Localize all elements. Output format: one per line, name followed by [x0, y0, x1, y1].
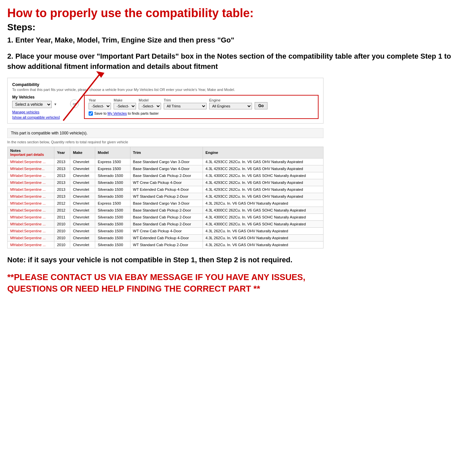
year-make-engine-panel: Year -Select- Make -Select- Model -Selec…: [84, 95, 319, 119]
cell-year: 2012: [54, 200, 70, 207]
cell-notes: Mfrlabel:Serpentine ...: [8, 193, 54, 200]
cell-make: Chevrolet: [70, 234, 95, 241]
cell-make: Chevrolet: [70, 207, 95, 214]
cell-notes: Mfrlabel:Serpentine ...: [8, 207, 54, 214]
quantity-note: In the notes section below, Quantity ref…: [7, 140, 323, 144]
main-title: How to properly use the compatibility ta…: [7, 6, 469, 20]
cell-year: 2010: [54, 234, 70, 241]
cell-notes: Mfrlabel:Serpentine ...: [8, 172, 54, 179]
cell-notes: Mfrlabel:Serpentine ...: [8, 179, 54, 186]
table-row: Mfrlabel:Serpentine ...2012ChevroletSilv…: [8, 207, 323, 214]
cell-engine: 4.3L 4293CC 262Cu. In. V6 GAS OHV Natura…: [203, 179, 323, 186]
go-button[interactable]: Go: [255, 102, 267, 109]
cell-engine: 4.3L 4300CC 262Cu. In. V6 GAS SOHC Natur…: [203, 172, 323, 179]
cell-notes: Mfrlabel:Serpentine ...: [8, 214, 54, 220]
table-row: Mfrlabel:Serpentine ...2013ChevroletSilv…: [8, 172, 323, 179]
table-row: Mfrlabel:Serpentine ...2013ChevroletSilv…: [8, 186, 323, 193]
cell-model: Silverado 1500: [95, 186, 130, 193]
cell-year: 2010: [54, 227, 70, 234]
cell-trim: Base Standard Cargo Van 3-Door: [130, 158, 203, 165]
cell-year: 2012: [54, 207, 70, 214]
cell-model: Silverado 1500: [95, 220, 130, 227]
col-engine: Engine: [203, 147, 323, 158]
cell-year: 2013: [54, 172, 70, 179]
cell-notes: Mfrlabel:Serpentine ...: [8, 158, 54, 165]
cell-year: 2013: [54, 179, 70, 186]
cell-trim: Base Standard Cargo Van 4-Door: [130, 165, 203, 172]
cell-trim: WT Extended Cab Pickup 4-Door: [130, 234, 203, 241]
select-vehicle-dropdown[interactable]: Select a vehicle: [12, 101, 52, 108]
col-trim: Trim: [130, 147, 203, 158]
compatibility-section: Compatibility To confirm that this part …: [7, 78, 323, 124]
table-row: Mfrlabel:Serpentine ...2013ChevroletExpr…: [8, 158, 323, 165]
cell-model: Silverado 1500: [95, 241, 130, 248]
note-text: Note: if it says your vehicle is not com…: [7, 255, 323, 265]
cell-model: Express 1500: [95, 200, 130, 207]
engine-col: Engine All Engines: [209, 98, 252, 109]
table-row: Mfrlabel:Serpentine ...2013ChevroletSilv…: [8, 179, 323, 186]
cell-model: Express 1500: [95, 158, 130, 165]
cell-model: Silverado 1500: [95, 214, 130, 220]
step2-text: 2. Place your mouse over "Important Part…: [7, 51, 469, 72]
cell-make: Chevrolet: [70, 186, 95, 193]
make-select[interactable]: -Select-: [114, 103, 136, 109]
save-checkbox[interactable]: [89, 111, 93, 116]
cell-notes: Mfrlabel:Serpentine ...: [8, 220, 54, 227]
cell-notes: Mfrlabel:Serpentine...: [8, 165, 54, 172]
model-select[interactable]: -Select-: [139, 103, 161, 109]
cell-engine: 4.3L 4293CC 262Cu. In. V6 GAS OHV Natura…: [203, 186, 323, 193]
cell-notes: Mfrlabel:Serpentine ...: [8, 227, 54, 234]
table-header-row: NotesImportant part details Year Make Mo…: [8, 147, 323, 158]
cell-make: Chevrolet: [70, 165, 95, 172]
cell-make: Chevrolet: [70, 193, 95, 200]
cell-year: 2010: [54, 220, 70, 227]
manage-vehicles-link[interactable]: Manage vehicles: [12, 110, 65, 114]
cell-model: Silverado 1500: [95, 193, 130, 200]
cell-engine: 4.3L 262Cu. In. V6 GAS OHV Naturally Asp…: [203, 241, 323, 248]
year-col: Year -Select-: [89, 98, 111, 109]
my-vehicles-panel: My Vehicles Select a vehicle ▼ Manage ve…: [12, 95, 65, 119]
table-row: Mfrlabel:Serpentine...2013ChevroletExpre…: [8, 165, 323, 172]
cell-notes: Mfrlabel:Serpentine ...: [8, 234, 54, 241]
cell-trim: WT Crew Cab Pickup 4-Door: [130, 179, 203, 186]
my-vehicles-link[interactable]: My Vehicles: [107, 111, 127, 115]
year-select[interactable]: -Select-: [89, 103, 111, 109]
cell-engine: 4.3L 4293CC 262Cu. In. V6 GAS OHV Natura…: [203, 193, 323, 200]
cell-make: Chevrolet: [70, 158, 95, 165]
cell-model: Silverado 1500: [95, 227, 130, 234]
cell-model: Silverado 1500: [95, 179, 130, 186]
model-col: Model -Select-: [139, 98, 161, 109]
table-row: Mfrlabel:Serpentine ...2010ChevroletSilv…: [8, 227, 323, 234]
cell-engine: 4.3L 4300CC 262Cu. In. V6 GAS SOHC Natur…: [203, 220, 323, 227]
trim-select[interactable]: All Trims: [164, 103, 207, 109]
cell-year: 2011: [54, 214, 70, 220]
cell-make: Chevrolet: [70, 220, 95, 227]
table-row: Mfrlabel:Serpentine ...2010ChevroletSilv…: [8, 220, 323, 227]
step1-text: 1. Enter Year, Make, Model, Trim, Engine…: [7, 35, 469, 45]
cell-engine: 4.3L 4293CC 262Cu. In. V6 GAS OHV Natura…: [203, 165, 323, 172]
table-row: Mfrlabel:Serpentine ...2010ChevroletSilv…: [8, 241, 323, 248]
cell-trim: Base Standard Cargo Van 3-Door: [130, 200, 203, 207]
engine-select[interactable]: All Engines: [209, 103, 252, 109]
cell-trim: Base Standard Cab Pickup 2-Door: [130, 220, 203, 227]
col-model: Model: [95, 147, 130, 158]
compatible-info-text: This part is compatible with 1000 vehicl…: [11, 131, 88, 135]
cell-make: Chevrolet: [70, 241, 95, 248]
or-divider: or: [70, 100, 79, 108]
show-all-link[interactable]: [show all compatible vehicles]: [12, 115, 65, 119]
col-year: Year: [54, 147, 70, 158]
compatibility-table: NotesImportant part details Year Make Mo…: [7, 147, 323, 248]
cell-engine: 4.3L 4293CC 262Cu. In. V6 GAS OHV Natura…: [203, 158, 323, 165]
save-label: Save to My Vehicles to finds parts faste…: [94, 111, 159, 115]
cell-trim: WT Crew Cab Pickup 4-Door: [130, 227, 203, 234]
cell-make: Chevrolet: [70, 227, 95, 234]
cell-notes: Mfrlabel:Serpentine ...: [8, 200, 54, 207]
compat-subtitle: To confirm that this part fits your vehi…: [12, 88, 319, 92]
cell-trim: Base Standard Cab Pickup 2-Door: [130, 214, 203, 220]
cell-year: 2013: [54, 186, 70, 193]
year-label: Year: [89, 98, 111, 102]
cell-year: 2013: [54, 193, 70, 200]
cell-engine: 4.3L 262Cu. In. V6 GAS OHV Naturally Asp…: [203, 200, 323, 207]
dropdown-arrow-icon: ▼: [54, 102, 57, 106]
cell-trim: WT Extended Cab Pickup 4-Door: [130, 186, 203, 193]
